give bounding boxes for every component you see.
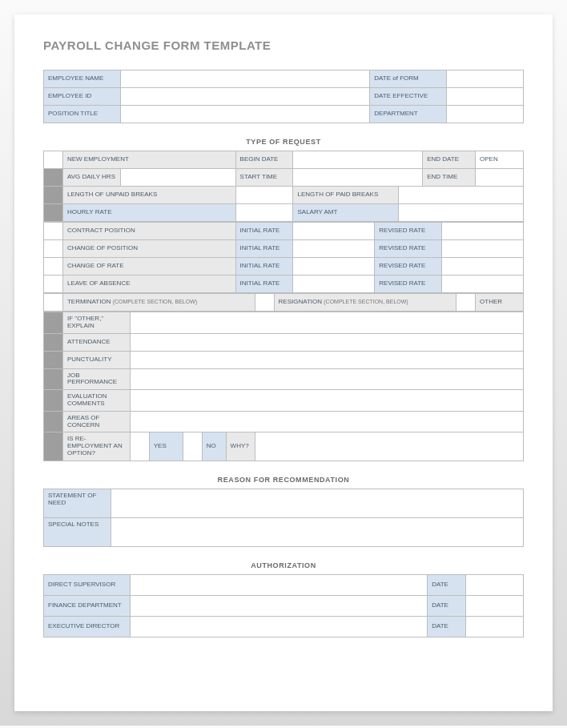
text-termination: TERMINATION (67, 298, 111, 305)
label-date-effective: DATE EFFECTIVE (370, 88, 447, 106)
field-direct-supervisor[interactable] (130, 574, 427, 595)
field-date-2[interactable] (466, 595, 524, 616)
label-statement-of-need: STATEMENT OF NEED (44, 489, 111, 517)
label-salary-amt: SALARY AMT (293, 204, 399, 222)
check-yes[interactable] (130, 432, 149, 461)
label-unpaid-breaks: LENGTH OF UNPAID BREAKS (62, 187, 235, 204)
label-start-time: START TIME (235, 169, 293, 187)
label-if-other: IF "OTHER," EXPLAIN (62, 312, 130, 334)
field-date-of-form[interactable] (447, 70, 524, 88)
field-avg-daily-hrs[interactable] (120, 169, 235, 187)
field-initial-rate-1[interactable] (293, 223, 375, 240)
field-statement-of-need[interactable] (111, 489, 523, 517)
label-open: OPEN (476, 151, 524, 169)
label-job-performance: JOB PERFORMANCE (62, 368, 130, 390)
check-other[interactable] (456, 294, 476, 312)
field-attendance[interactable] (130, 333, 523, 351)
label-employee-id: EMPLOYEE ID (44, 88, 121, 106)
spacer (44, 312, 63, 334)
employee-info-table: EMPLOYEE NAME DATE of FORM EMPLOYEE ID D… (43, 70, 524, 123)
field-date-effective[interactable] (447, 88, 524, 106)
page-title: PAYROLL CHANGE FORM TEMPLATE (43, 38, 524, 52)
field-why[interactable] (255, 432, 523, 461)
field-employee-name[interactable] (120, 70, 369, 88)
field-areas-concern[interactable] (130, 411, 523, 432)
field-initial-rate-4[interactable] (293, 276, 375, 293)
label-end-date: END DATE (423, 151, 476, 169)
label-initial-rate-2: INITIAL RATE (235, 240, 293, 258)
field-salary-amt[interactable] (399, 204, 524, 222)
field-revised-rate-2[interactable] (442, 240, 524, 258)
label-direct-supervisor: DIRECT SUPERVISOR (44, 574, 131, 595)
spacer (44, 204, 63, 222)
request-table-2: CONTRACT POSITION INITIAL RATE REVISED R… (43, 222, 524, 293)
field-revised-rate-1[interactable] (442, 223, 524, 240)
text-resignation: RESIGNATION (279, 298, 323, 305)
label-no: NO (202, 432, 226, 461)
label-finance-department: FINANCE DEPARTMENT (44, 595, 131, 616)
field-date-3[interactable] (466, 616, 524, 637)
check-no[interactable] (183, 432, 202, 461)
check-change-position[interactable] (44, 240, 63, 258)
field-punctuality[interactable] (130, 351, 523, 368)
field-revised-rate-4[interactable] (442, 276, 524, 293)
check-new-employment[interactable] (44, 151, 63, 169)
field-evaluation-comments[interactable] (130, 390, 523, 412)
label-begin-date: BEGIN DATE (235, 151, 293, 169)
field-hourly-rate[interactable] (235, 204, 293, 222)
label-leave-absence: LEAVE OF ABSENCE (62, 276, 235, 293)
check-termination[interactable] (44, 294, 63, 312)
field-executive-director[interactable] (130, 616, 427, 637)
field-begin-date[interactable] (293, 151, 423, 169)
label-termination: TERMINATION (COMPLETE SECTION, BELOW) (62, 294, 255, 312)
request-table-1: NEW EMPLOYMENT BEGIN DATE END DATE OPEN … (43, 151, 524, 222)
label-contract-position: CONTRACT POSITION (62, 223, 235, 240)
label-other: OTHER (476, 294, 524, 312)
spacer (44, 333, 63, 351)
spacer (44, 432, 63, 461)
field-date-1[interactable] (466, 574, 524, 595)
label-date-3: DATE (428, 616, 466, 637)
label-initial-rate-4: INITIAL RATE (235, 276, 293, 293)
spacer (44, 187, 63, 204)
field-end-time[interactable] (476, 169, 524, 187)
field-paid-breaks[interactable] (399, 187, 524, 204)
label-reemployment: IS RE-EMPLOYMENT AN OPTION? (62, 432, 130, 461)
label-date-of-form: DATE of FORM (370, 70, 447, 88)
field-revised-rate-3[interactable] (442, 258, 524, 276)
label-revised-rate-4: REVISED RATE (375, 276, 442, 293)
field-if-other[interactable] (130, 312, 523, 334)
field-finance-department[interactable] (130, 595, 427, 616)
label-date-1: DATE (428, 574, 466, 595)
label-resignation: RESIGNATION (COMPLETE SECTION, BELOW) (274, 294, 456, 312)
label-why: WHY? (226, 432, 255, 461)
label-special-notes: SPECIAL NOTES (44, 517, 111, 546)
check-leave-absence[interactable] (44, 276, 63, 293)
label-executive-director: EXECUTIVE DIRECTOR (44, 616, 131, 637)
field-position-title[interactable] (120, 106, 369, 123)
check-resignation[interactable] (255, 294, 274, 312)
field-employee-id[interactable] (120, 88, 369, 106)
label-change-rate: CHANGE OF RATE (62, 258, 235, 276)
check-contract-position[interactable] (44, 223, 63, 240)
label-hourly-rate: HOURLY RATE (62, 204, 235, 222)
label-initial-rate-3: INITIAL RATE (235, 258, 293, 276)
spacer (44, 169, 63, 187)
field-initial-rate-2[interactable] (293, 240, 375, 258)
spacer (44, 390, 63, 412)
label-initial-rate-1: INITIAL RATE (235, 223, 293, 240)
field-start-time[interactable] (293, 169, 423, 187)
text-termination-note: (COMPLETE SECTION, BELOW) (113, 299, 197, 304)
field-initial-rate-3[interactable] (293, 258, 375, 276)
check-change-rate[interactable] (44, 258, 63, 276)
label-revised-rate-3: REVISED RATE (375, 258, 442, 276)
request-table-3: TERMINATION (COMPLETE SECTION, BELOW) RE… (43, 293, 524, 312)
label-yes: YES (149, 432, 183, 461)
field-department[interactable] (447, 106, 524, 123)
spacer (44, 411, 63, 432)
field-unpaid-breaks[interactable] (235, 187, 293, 204)
field-special-notes[interactable] (111, 517, 523, 546)
field-job-performance[interactable] (130, 368, 523, 390)
label-evaluation-comments: EVALUATION COMMENTS (62, 390, 130, 412)
spacer (44, 368, 63, 390)
